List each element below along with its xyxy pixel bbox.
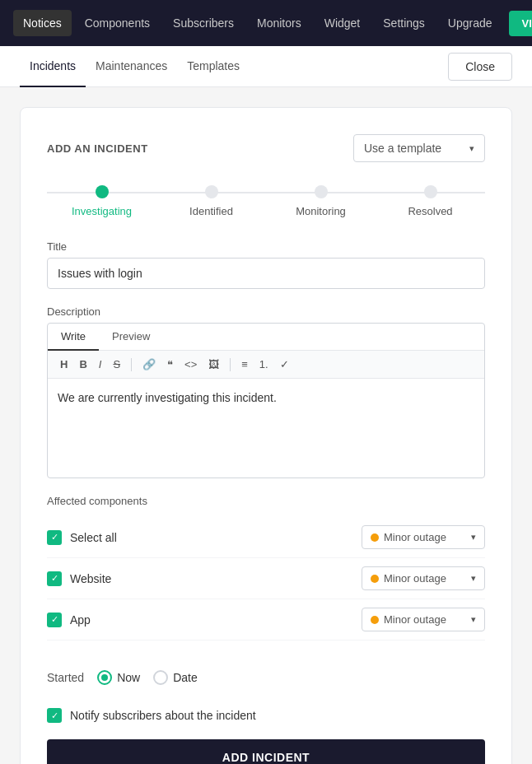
checkbox-select-all[interactable]: ✓ [47, 530, 62, 545]
component-row-app: ✓ App Minor outage ▾ [47, 599, 485, 641]
radio-outer-now [97, 670, 112, 685]
nav-item-components[interactable]: Components [75, 10, 160, 36]
toolbar-quote-btn[interactable]: ❝ [163, 356, 177, 373]
radio-outer-date [153, 670, 168, 685]
tab-incidents[interactable]: Incidents [20, 46, 86, 87]
incident-steps: Investigating Identified Monitoring Reso… [47, 185, 485, 217]
nav-item-settings[interactable]: Settings [373, 10, 435, 36]
checkbox-app[interactable]: ✓ [47, 613, 62, 627]
card-title: ADD AN INCIDENT [47, 142, 148, 155]
template-select-label: Use a template [364, 142, 441, 155]
component-name-app: App [70, 613, 91, 627]
step-identified: Identified [156, 185, 266, 217]
component-name-website: Website [70, 572, 111, 585]
nav-item-notices[interactable]: Notices [13, 10, 72, 36]
description-editor: Write Preview H B I S 🔗 ❝ <> 🖼 ≡ 1. ✓ [47, 323, 485, 478]
toolbar-unordered-list-btn[interactable]: ≡ [237, 356, 252, 373]
step-investigating: Investigating [47, 185, 156, 217]
checkmark-icon: ✓ [51, 614, 58, 625]
add-incident-button[interactable]: ADD INCIDENT [47, 739, 485, 764]
notify-row: ✓ Notify subscribers about the incident [47, 698, 485, 739]
step-monitoring: Monitoring [266, 185, 376, 217]
step-dot-monitoring [315, 185, 328, 198]
editor-tab-write[interactable]: Write [48, 324, 99, 351]
nav-item-monitors[interactable]: Monitors [247, 10, 311, 36]
component-left-app: ✓ App [47, 613, 91, 627]
chevron-down-icon: ▾ [469, 143, 474, 154]
toolbar-image-btn[interactable]: 🖼 [204, 356, 223, 373]
editor-toolbar: H B I S 🔗 ❝ <> 🖼 ≡ 1. ✓ [48, 351, 484, 379]
checkmark-icon: ✓ [51, 573, 58, 584]
sub-nav: Incidents Maintenances Templates Close [0, 46, 532, 87]
toolbar-separator-2 [230, 358, 231, 371]
visit-status-page-button[interactable]: VISIT STATUS PAGE [509, 11, 532, 36]
toolbar-strikethrough-btn[interactable]: S [109, 356, 124, 373]
radio-label-now: Now [117, 671, 140, 684]
toolbar-link-btn[interactable]: 🔗 [138, 356, 160, 373]
step-resolved: Resolved [376, 185, 485, 217]
toolbar-checklist-btn[interactable]: ✓ [276, 356, 293, 373]
toolbar-code-btn[interactable]: <> [180, 356, 201, 373]
nav-item-widget[interactable]: Widget [315, 10, 371, 36]
started-label: Started [47, 671, 84, 684]
close-button[interactable]: Close [448, 53, 512, 81]
component-name-select-all: Select all [70, 531, 117, 544]
checkmark-icon: ✓ [51, 710, 58, 721]
step-dot-investigating [96, 185, 109, 198]
description-group: Description Write Preview H B I S 🔗 ❝ <>… [47, 305, 485, 478]
status-select-website[interactable]: Minor outage ▾ [362, 566, 485, 590]
editor-tabs: Write Preview [48, 324, 484, 351]
nav-item-upgrade[interactable]: Upgrade [438, 10, 502, 36]
incident-card: ADD AN INCIDENT Use a template ▾ Investi… [20, 107, 512, 764]
description-label: Description [47, 305, 485, 318]
step-label-resolved: Resolved [408, 205, 452, 217]
status-select-app[interactable]: Minor outage ▾ [362, 608, 485, 631]
affected-components-group: Affected components ✓ Select all Minor o… [47, 495, 485, 641]
main-content: ADD AN INCIDENT Use a template ▾ Investi… [0, 87, 532, 764]
step-label-identified: Identified [189, 205, 233, 217]
status-select-all[interactable]: Minor outage ▾ [362, 525, 485, 549]
toolbar-italic-btn[interactable]: I [95, 356, 106, 373]
top-nav: Notices Components Subscribers Monitors … [0, 0, 532, 46]
tab-maintenances[interactable]: Maintenances [86, 46, 177, 87]
title-group: Title [47, 240, 485, 289]
chevron-down-icon: ▾ [471, 614, 476, 625]
component-row-website: ✓ Website Minor outage ▾ [47, 558, 485, 599]
component-row-select-all: ✓ Select all Minor outage ▾ [47, 517, 485, 558]
step-dot-identified [205, 185, 218, 198]
step-label-investigating: Investigating [72, 205, 132, 217]
title-input[interactable] [47, 258, 485, 289]
description-textarea[interactable]: We are currently investigating this inci… [48, 379, 484, 478]
affected-components-label: Affected components [47, 495, 485, 507]
status-dot-website [371, 575, 379, 583]
toolbar-ordered-list-btn[interactable]: 1. [255, 356, 273, 373]
chevron-down-icon: ▾ [471, 532, 476, 543]
step-label-monitoring: Monitoring [296, 205, 346, 217]
radio-date[interactable]: Date [153, 670, 198, 685]
nav-item-subscribers[interactable]: Subscribers [163, 10, 244, 36]
checkmark-icon: ✓ [51, 532, 58, 543]
radio-now[interactable]: Now [97, 670, 140, 685]
radio-label-date: Date [173, 671, 198, 684]
status-label-app: Minor outage [384, 613, 446, 626]
status-label-select-all: Minor outage [384, 531, 446, 543]
toolbar-bold-btn[interactable]: B [75, 356, 91, 373]
checkbox-website[interactable]: ✓ [47, 571, 62, 586]
editor-tab-preview[interactable]: Preview [99, 324, 163, 351]
status-dot-select-all [371, 533, 379, 542]
toolbar-separator-1 [131, 358, 132, 371]
template-select-dropdown[interactable]: Use a template ▾ [353, 134, 485, 162]
title-label: Title [47, 240, 485, 253]
started-row: Started Now Date [47, 657, 485, 698]
card-header: ADD AN INCIDENT Use a template ▾ [47, 134, 485, 162]
tab-templates[interactable]: Templates [177, 46, 250, 87]
component-left-website: ✓ Website [47, 571, 111, 586]
status-label-website: Minor outage [384, 572, 446, 585]
chevron-down-icon: ▾ [471, 573, 476, 584]
step-dot-resolved [424, 185, 437, 198]
notify-label: Notify subscribers about the incident [70, 709, 256, 722]
radio-inner-now [101, 674, 108, 681]
toolbar-heading-btn[interactable]: H [56, 356, 72, 373]
checkbox-notify[interactable]: ✓ [47, 708, 62, 723]
status-dot-app [371, 616, 379, 624]
